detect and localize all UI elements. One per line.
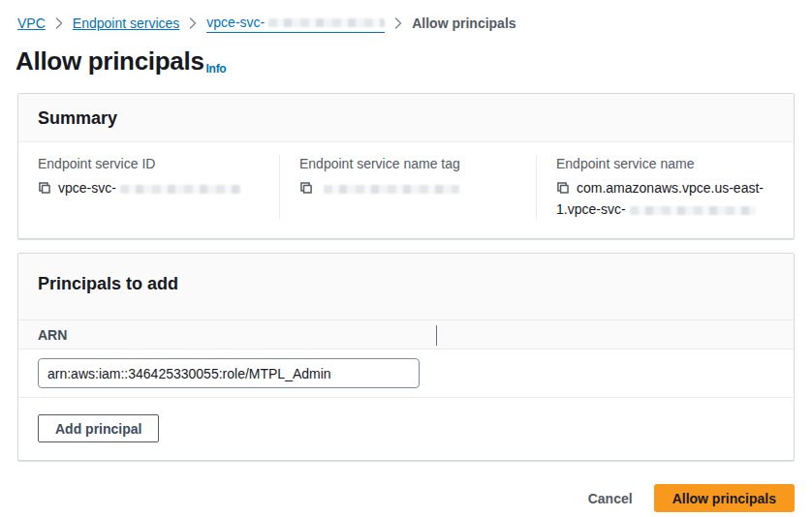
copy-icon[interactable] <box>556 180 570 199</box>
field-label: Endpoint service ID <box>38 155 264 172</box>
field-value <box>299 178 520 199</box>
arn-column-header: ARN <box>38 327 67 343</box>
principals-card: Principals to add ARN Add principal <box>17 253 795 461</box>
principals-card-header: Principals to add <box>18 254 794 319</box>
summary-body: Endpoint service ID vpce-svc- Endpoint s… <box>18 142 794 238</box>
column-resize-divider[interactable] <box>436 325 437 346</box>
principal-row <box>18 350 794 398</box>
redacted-text <box>120 185 241 194</box>
summary-card: Summary Endpoint service ID vpce-svc- En… <box>17 93 795 239</box>
copy-icon[interactable] <box>299 180 313 199</box>
principals-title: Principals to add <box>38 273 774 294</box>
summary-field-endpoint-service-name: Endpoint service name com.amazonaws.vpce… <box>537 155 794 219</box>
breadcrumb: VPC Endpoint services vpce-svc- Allow pr… <box>17 14 795 33</box>
arn-input[interactable] <box>38 358 420 388</box>
summary-field-endpoint-service-name-tag: Endpoint service name tag <box>280 155 537 219</box>
breadcrumb-current: Allow principals <box>412 15 515 32</box>
field-value-text: vpce-svc- <box>58 180 116 196</box>
copy-icon[interactable] <box>38 180 51 199</box>
breadcrumb-separator-icon <box>394 17 402 29</box>
redacted-text <box>630 206 756 215</box>
form-actions: Cancel Allow principals <box>17 484 795 512</box>
page-title: Allow principalsInfo <box>16 46 796 81</box>
field-label: Endpoint service name <box>556 155 778 172</box>
redacted-text <box>324 185 459 194</box>
principals-card-footer: Add principal <box>18 398 794 460</box>
page-title-text: Allow principals <box>16 46 204 76</box>
principals-table-header: ARN <box>18 319 794 350</box>
allow-principals-button[interactable]: Allow principals <box>654 484 795 512</box>
breadcrumb-separator-icon <box>55 17 63 29</box>
breadcrumb-service-id-prefix: vpce-svc- <box>206 14 265 31</box>
info-link[interactable]: Info <box>206 62 227 76</box>
breadcrumb-link-endpoint-service-id[interactable]: vpce-svc- <box>206 14 385 33</box>
breadcrumb-separator-icon <box>189 17 197 29</box>
summary-title: Summary <box>38 107 774 129</box>
redacted-text <box>268 18 385 27</box>
field-value: com.amazonaws.vpce.us-east-1.vpce-svc- <box>556 178 778 219</box>
field-label: Endpoint service name tag <box>299 155 520 172</box>
vpc-allow-principals-page: VPC Endpoint services vpce-svc- Allow pr… <box>0 0 812 517</box>
field-value: vpce-svc- <box>38 178 264 199</box>
summary-field-endpoint-service-id: Endpoint service ID vpce-svc- <box>18 155 280 219</box>
breadcrumb-link-vpc[interactable]: VPC <box>17 15 46 32</box>
breadcrumb-link-endpoint-services[interactable]: Endpoint services <box>73 15 180 32</box>
cancel-button[interactable]: Cancel <box>588 491 633 506</box>
summary-card-header: Summary <box>18 94 794 142</box>
add-principal-button[interactable]: Add principal <box>38 414 159 442</box>
